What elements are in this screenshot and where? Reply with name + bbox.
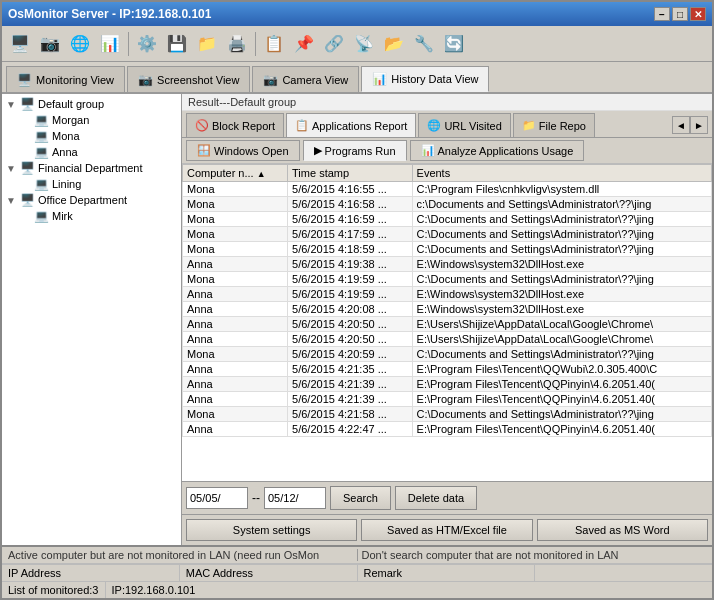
status-mac-label: MAC Address <box>180 565 358 581</box>
sidebar-item-default-group[interactable]: ▼ 🖥️ Default group <box>4 96 179 112</box>
sub-tab-file-report[interactable]: 📁 File Repo <box>513 113 595 137</box>
main-content: ▼ 🖥️ Default group 💻 Morgan 💻 Mona 💻 <box>2 94 712 545</box>
toolbar-icon-network[interactable]: 📡 <box>350 30 378 58</box>
office-dept-children: 💻 Mirk <box>18 208 179 224</box>
status-remark-label: Remark <box>358 565 536 581</box>
col-header-events[interactable]: Events <box>412 165 711 182</box>
save-htm-button[interactable]: Saved as HTM/Excel file <box>361 519 532 541</box>
table-row[interactable]: Anna5/6/2015 4:22:47 ...E:\Program Files… <box>183 422 712 437</box>
close-button[interactable]: ✕ <box>690 7 706 21</box>
tab-camera-view[interactable]: 📷 Camera View <box>252 66 359 92</box>
tab-monitoring-label: Monitoring View <box>36 74 114 86</box>
title-bar-buttons: − □ ✕ <box>654 7 706 21</box>
tab-monitoring-view[interactable]: 🖥️ Monitoring View <box>6 66 125 92</box>
toolbar-icon-open[interactable]: 📂 <box>380 30 408 58</box>
maximize-button[interactable]: □ <box>672 7 688 21</box>
toggle-default-group[interactable]: ▼ <box>6 99 20 110</box>
toolbar-icon-clipboard[interactable]: 📋 <box>260 30 288 58</box>
date-from-input[interactable] <box>186 487 248 509</box>
toolbar-icon-print[interactable]: 🖨️ <box>223 30 251 58</box>
action-tab-programs-run[interactable]: ▶ Programs Run <box>303 140 407 161</box>
sub-tab-applications-report[interactable]: 📋 Applications Report <box>286 113 416 137</box>
table-row[interactable]: Mona5/6/2015 4:17:59 ...C:\Documents and… <box>183 227 712 242</box>
table-cell-col1: 5/6/2015 4:21:58 ... <box>288 407 412 422</box>
table-row[interactable]: Mona5/6/2015 4:20:59 ...C:\Documents and… <box>183 347 712 362</box>
sub-tab-url-visited[interactable]: 🌐 URL Visited <box>418 113 510 137</box>
delete-data-button[interactable]: Delete data <box>395 486 477 510</box>
toggle-office[interactable]: ▼ <box>6 195 20 206</box>
system-settings-button[interactable]: System settings <box>186 519 357 541</box>
table-cell-col2: C:\Documents and Settings\Administrator\… <box>412 242 711 257</box>
sidebar-item-lining[interactable]: 💻 Lining <box>18 176 179 192</box>
sidebar-item-anna[interactable]: 💻 Anna <box>18 144 179 160</box>
toolbar-icon-tools[interactable]: 🔧 <box>410 30 438 58</box>
sidebar-item-financial-dept[interactable]: ▼ 🖥️ Financial Department <box>4 160 179 176</box>
title-bar: OsMonitor Server - IP:192.168.0.101 − □ … <box>2 2 712 26</box>
sidebar-item-mona[interactable]: 💻 Mona <box>18 128 179 144</box>
toolbar-icon-report[interactable]: 📊 <box>96 30 124 58</box>
table-cell-col1: 5/6/2015 4:16:59 ... <box>288 212 412 227</box>
table-cell-col0: Anna <box>183 287 288 302</box>
table-cell-col2: E:\Windows\system32\DllHost.exe <box>412 287 711 302</box>
toolbar-icon-camera[interactable]: 🌐 <box>66 30 94 58</box>
save-word-button[interactable]: Saved as MS Word <box>537 519 708 541</box>
group-icon-default: 🖥️ <box>20 97 35 111</box>
table-cell-col1: 5/6/2015 4:19:38 ... <box>288 257 412 272</box>
table-cell-col0: Mona <box>183 197 288 212</box>
table-row[interactable]: Mona5/6/2015 4:19:59 ...C:\Documents and… <box>183 272 712 287</box>
url-visited-label: URL Visited <box>444 120 501 132</box>
financial-dept-children: 💻 Lining <box>18 176 179 192</box>
sub-tab-next-button[interactable]: ► <box>690 116 708 134</box>
table-row[interactable]: Anna5/6/2015 4:19:38 ...E:\Windows\syste… <box>183 257 712 272</box>
table-row[interactable]: Anna5/6/2015 4:21:39 ...E:\Program Files… <box>183 377 712 392</box>
date-to-input[interactable] <box>264 487 326 509</box>
minimize-button[interactable]: − <box>654 7 670 21</box>
table-cell-col0: Mona <box>183 212 288 227</box>
toolbar-icon-pin[interactable]: 📌 <box>290 30 318 58</box>
toolbar-icon-link[interactable]: 🔗 <box>320 30 348 58</box>
table-row[interactable]: Mona5/6/2015 4:16:58 ...c:\Documents and… <box>183 197 712 212</box>
table-cell-col1: 5/6/2015 4:16:58 ... <box>288 197 412 212</box>
table-row[interactable]: Anna5/6/2015 4:21:39 ...E:\Program Files… <box>183 392 712 407</box>
table-cell-col2: C:\Documents and Settings\Administrator\… <box>412 212 711 227</box>
sub-tab-prev-button[interactable]: ◄ <box>672 116 690 134</box>
sidebar-item-morgan[interactable]: 💻 Morgan <box>18 112 179 128</box>
action-tab-windows-open[interactable]: 🪟 Windows Open <box>186 140 300 161</box>
toolbar: 🖥️ 📷 🌐 📊 ⚙️ 💾 📁 🖨️ 📋 📌 🔗 📡 📂 🔧 🔄 <box>2 26 712 62</box>
col-header-computer[interactable]: Computer n... ▲ <box>183 165 288 182</box>
table-row[interactable]: Mona5/6/2015 4:16:55 ...C:\Program Files… <box>183 182 712 197</box>
table-row[interactable]: Anna5/6/2015 4:20:50 ...E:\Users\Shijize… <box>183 317 712 332</box>
toolbar-icon-settings[interactable]: ⚙️ <box>133 30 161 58</box>
table-row[interactable]: Anna5/6/2015 4:20:50 ...E:\Users\Shijize… <box>183 332 712 347</box>
search-button[interactable]: Search <box>330 486 391 510</box>
table-row[interactable]: Anna5/6/2015 4:21:35 ...E:\Program Files… <box>183 362 712 377</box>
toolbar-icon-save[interactable]: 💾 <box>163 30 191 58</box>
toolbar-icon-monitor[interactable]: 🖥️ <box>6 30 34 58</box>
table-row[interactable]: Mona5/6/2015 4:16:59 ...C:\Documents and… <box>183 212 712 227</box>
action-tab-analyze[interactable]: 📊 Analyze Applications Usage <box>410 140 585 161</box>
toolbar-icon-screenshot[interactable]: 📷 <box>36 30 64 58</box>
table-row[interactable]: Mona5/6/2015 4:21:58 ...C:\Documents and… <box>183 407 712 422</box>
table-cell-col1: 5/6/2015 4:16:55 ... <box>288 182 412 197</box>
table-cell-col0: Anna <box>183 362 288 377</box>
col-header-timestamp[interactable]: Time stamp <box>288 165 412 182</box>
window-title: OsMonitor Server - IP:192.168.0.101 <box>8 7 211 21</box>
table-row[interactable]: Anna5/6/2015 4:19:59 ...E:\Windows\syste… <box>183 287 712 302</box>
result-label: Result---Default group <box>182 94 712 111</box>
programs-run-label: Programs Run <box>325 145 396 157</box>
data-table-container[interactable]: Computer n... ▲ Time stamp Events <box>182 164 712 481</box>
toolbar-icon-refresh[interactable]: 🔄 <box>440 30 468 58</box>
tab-history-data-view[interactable]: 📊 History Data View <box>361 66 489 92</box>
sidebar-item-office-dept[interactable]: ▼ 🖥️ Office Department <box>4 192 179 208</box>
analyze-label: Analyze Applications Usage <box>438 145 574 157</box>
file-report-icon: 📁 <box>522 119 536 132</box>
office-dept-label: Office Department <box>38 194 127 206</box>
sub-tab-block-report[interactable]: 🚫 Block Report <box>186 113 284 137</box>
tab-screenshot-view[interactable]: 📷 Screenshot View <box>127 66 250 92</box>
sidebar-item-mirk[interactable]: 💻 Mirk <box>18 208 179 224</box>
toggle-financial[interactable]: ▼ <box>6 163 20 174</box>
table-row[interactable]: Mona5/6/2015 4:18:59 ...C:\Documents and… <box>183 242 712 257</box>
data-table: Computer n... ▲ Time stamp Events <box>182 164 712 437</box>
toolbar-icon-folder[interactable]: 📁 <box>193 30 221 58</box>
table-row[interactable]: Anna5/6/2015 4:20:08 ...E:\Windows\syste… <box>183 302 712 317</box>
